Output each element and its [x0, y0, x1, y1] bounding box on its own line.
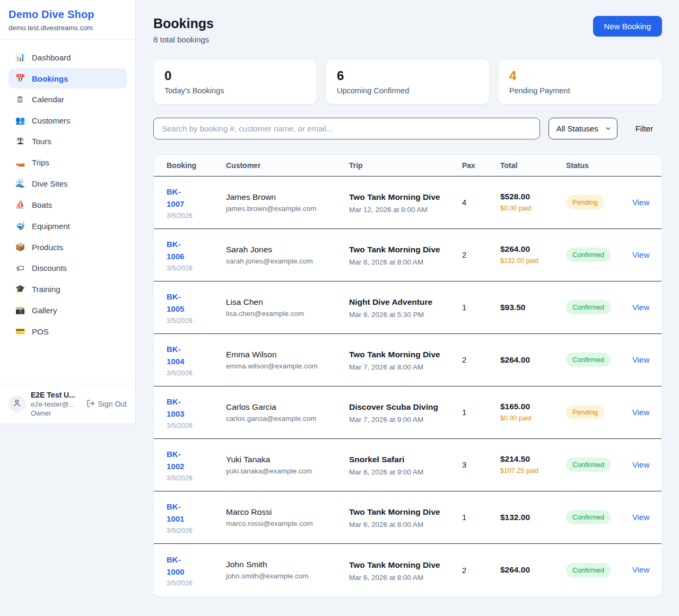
status-cell: Confirmed: [566, 510, 632, 524]
sidebar-item-icon: 🏝: [15, 137, 25, 146]
pax-cell: 2: [462, 566, 500, 575]
status-cell: Confirmed: [566, 457, 632, 472]
status-filter: All Statuses: [549, 118, 617, 139]
sign-out-button[interactable]: Sign Out: [86, 399, 127, 409]
view-link[interactable]: View: [632, 565, 649, 574]
customer-email: james.brown@example.com: [226, 205, 349, 213]
sidebar-item-icon: 🏷: [15, 263, 25, 272]
trip-name: Two Tank Morning Dive: [349, 506, 452, 518]
sidebar-item-equipment[interactable]: 🤿 Equipment: [8, 216, 127, 236]
total-cell: $132.00: [500, 513, 566, 522]
table-header-row: Booking Customer Trip Pax Total Status: [154, 155, 661, 177]
sidebar-item-bookings[interactable]: 📅 Bookings: [8, 68, 127, 89]
trip-datetime: Mar 6, 2026 at 8:00 AM: [349, 521, 462, 529]
sidebar-nav: 📊 Dashboard 📅 Bookings 🗓 Calendar 👥 Cust…: [0, 40, 135, 384]
booking-id-link[interactable]: BK-1002: [167, 448, 196, 473]
paid-amount: $0.00 paid: [500, 413, 540, 423]
total-amount: $528.00: [500, 192, 566, 201]
status-badge: Pending: [566, 405, 604, 419]
total-amount: $132.00: [500, 513, 566, 522]
booking-date: 3/5/2026: [167, 212, 226, 219]
sidebar-item-label: Trips: [32, 158, 49, 167]
booking-id-link[interactable]: BK-1003: [167, 395, 196, 420]
table-body: BK-1007 3/5/2026 James Brown james.brown…: [154, 177, 661, 596]
pax-cell: 2: [462, 355, 500, 364]
sidebar-item-discounts[interactable]: 🏷 Discounts: [8, 258, 127, 278]
booking-date: 3/5/2026: [167, 369, 226, 377]
view-link[interactable]: View: [632, 408, 649, 417]
pax-cell: 1: [462, 408, 500, 417]
customer-name: Carlos Garcia: [226, 402, 349, 412]
pax-cell: 1: [462, 303, 500, 312]
filter-button[interactable]: Filter: [636, 124, 653, 133]
sidebar-item-gallery[interactable]: 📸 Gallery: [8, 300, 127, 320]
sidebar-item-training[interactable]: 🎓 Training: [8, 279, 127, 299]
status-cell: Confirmed: [566, 248, 632, 262]
column-header-trip: Trip: [349, 155, 462, 176]
status-filter-select[interactable]: All Statuses: [549, 118, 617, 139]
sidebar-item-icon: 👥: [15, 116, 25, 125]
sidebar-item-tours[interactable]: 🏝 Tours: [8, 131, 127, 151]
view-link[interactable]: View: [632, 355, 649, 364]
new-booking-button[interactable]: New Booking: [593, 16, 662, 37]
search-input[interactable]: [153, 118, 540, 139]
column-header-booking: Booking: [167, 155, 226, 176]
status-badge: Confirmed: [566, 510, 611, 524]
sidebar-item-pos[interactable]: 💳 POS: [8, 321, 127, 341]
trip-cell: Discover Scuba Diving Mar 7, 2026 at 9:0…: [349, 401, 462, 424]
sidebar-item-label: Calendar: [32, 95, 64, 104]
customer-email: sarah.jones@example.com: [226, 257, 349, 265]
stat-value: 6: [337, 68, 478, 84]
table-row: BK-1002 3/5/2026 Yuki Tanaka yuki.tanaka…: [154, 439, 661, 491]
total-cell: $93.50: [500, 303, 566, 312]
trip-name: Two Tank Morning Dive: [349, 348, 452, 361]
status-cell: Confirmed: [566, 300, 632, 314]
booking-id-link[interactable]: BK-1007: [167, 186, 196, 210]
view-link[interactable]: View: [632, 460, 649, 469]
sidebar-item-dive-sites[interactable]: 🌊 Dive Sites: [8, 173, 127, 193]
booking-cell: BK-1006 3/5/2026: [167, 238, 226, 272]
trip-cell: Snorkel Safari Mar 6, 2026 at 9:00 AM: [349, 453, 462, 476]
actions-cell: View: [632, 355, 649, 365]
sidebar-item-label: Boats: [32, 200, 52, 209]
customer-name: Marco Rossi: [226, 507, 349, 517]
booking-id-link[interactable]: BK-1005: [167, 291, 196, 315]
brand-domain: demo.test.divestreams.com: [8, 24, 127, 32]
paid-amount: $132.00 paid: [500, 256, 540, 266]
trip-datetime: Mar 12, 2026 at 8:00 AM: [349, 206, 462, 214]
view-link[interactable]: View: [632, 303, 649, 312]
sidebar-item-boats[interactable]: ⛵ Boats: [8, 195, 127, 215]
booking-date: 3/5/2026: [167, 527, 226, 534]
customer-email: emma.wilson@example.com: [226, 362, 349, 370]
sidebar-item-products[interactable]: 📦 Products: [8, 237, 127, 257]
actions-cell: View: [632, 565, 649, 575]
sidebar-item-calendar[interactable]: 🗓 Calendar: [8, 90, 127, 109]
booking-id-link[interactable]: BK-1000: [167, 553, 196, 578]
pax-cell: 4: [462, 198, 500, 207]
customer-name: Emma Wilson: [226, 350, 349, 359]
main-content: Bookings 8 total bookings New Booking 0 …: [136, 0, 679, 615]
sidebar-item-customers[interactable]: 👥 Customers: [8, 110, 127, 130]
booking-id-link[interactable]: BK-1006: [167, 238, 196, 263]
booking-id-link[interactable]: BK-1001: [167, 500, 196, 525]
booking-date: 3/5/2026: [167, 579, 226, 587]
view-link[interactable]: View: [632, 250, 649, 259]
app-root: Demo Dive Shop demo.test.divestreams.com…: [0, 0, 679, 616]
booking-id-link[interactable]: BK-1004: [167, 343, 196, 368]
customer-name: James Brown: [226, 192, 349, 202]
table-row: BK-1006 3/5/2026 Sarah Jones sarah.jones…: [154, 229, 661, 281]
pax-cell: 3: [462, 460, 500, 469]
sidebar-item-trips[interactable]: 🚤 Trips: [8, 152, 127, 172]
status-cell: Pending: [566, 195, 632, 209]
column-header-status: Status: [566, 155, 632, 176]
customer-email: marco.rossi@example.com: [226, 520, 349, 527]
trip-datetime: Mar 8, 2026 at 5:30 PM: [349, 311, 462, 319]
paid-amount: $0.00 paid: [500, 204, 540, 213]
trip-datetime: Mar 7, 2026 at 9:00 AM: [349, 416, 462, 424]
sidebar-item-dashboard[interactable]: 📊 Dashboard: [8, 47, 127, 67]
view-link[interactable]: View: [632, 198, 649, 207]
column-header-customer: Customer: [226, 155, 349, 176]
user-meta: E2E Test U... e2e-tester@... Owner: [31, 391, 81, 417]
view-link[interactable]: View: [632, 513, 649, 522]
customer-cell: Yuki Tanaka yuki.tanaka@example.com: [226, 455, 349, 475]
